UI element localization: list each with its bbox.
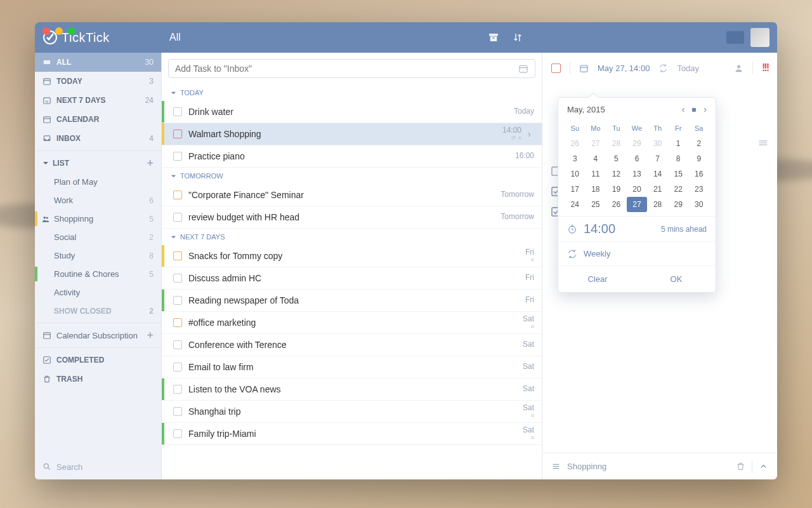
task-row[interactable]: Conference with Terence Sat: [162, 334, 542, 356]
calendar-day[interactable]: 28: [606, 136, 627, 151]
account-indicator[interactable]: [726, 31, 744, 44]
picker-repeat-row[interactable]: Weekly: [558, 241, 716, 265]
section-header[interactable]: NEXT 7 DAYS: [162, 229, 542, 245]
next-month-button[interactable]: ›: [704, 104, 707, 114]
calendar-day[interactable]: 11: [586, 166, 606, 182]
calendar-day[interactable]: 29: [627, 136, 648, 151]
calendar-subscription[interactable]: Calendar Subscription +: [35, 326, 161, 345]
task-checkbox[interactable]: [173, 363, 182, 371]
calendar-icon[interactable]: [579, 64, 589, 73]
calendar-day[interactable]: 4: [586, 151, 606, 166]
calendar-day[interactable]: 28: [647, 197, 668, 212]
sidebar-list-routine-chores[interactable]: Routine & Chores5: [35, 265, 161, 283]
chevron-up-icon[interactable]: [759, 462, 768, 471]
close-window-button[interactable]: [43, 27, 50, 35]
task-row[interactable]: Discuss admin HC Fri: [162, 267, 542, 290]
list-section-header[interactable]: LIST +: [35, 154, 161, 173]
calendar-day[interactable]: 29: [668, 197, 689, 212]
calendar-day[interactable]: 21: [647, 182, 668, 197]
calendar-day[interactable]: 15: [668, 166, 689, 182]
task-row[interactable]: Family trip-Miami Sat≡: [162, 423, 542, 445]
picker-time-row[interactable]: 14:00 5 mins ahead: [558, 216, 716, 241]
calendar-day[interactable]: 7: [647, 151, 668, 166]
minimize-window-button[interactable]: [55, 27, 63, 35]
task-row[interactable]: review budget with HR head Tomorrow: [162, 206, 542, 229]
task-date-label[interactable]: May 27, 14:00: [598, 64, 650, 73]
task-row[interactable]: Shanghai trip Sat≡: [162, 401, 542, 423]
task-checkbox[interactable]: [173, 407, 182, 416]
calendar-day[interactable]: 24: [565, 197, 586, 212]
calendar-day[interactable]: 2: [688, 136, 709, 151]
section-header[interactable]: TODAY: [162, 84, 542, 101]
task-row[interactable]: Reading newspaper of Toda Fri: [162, 290, 542, 312]
repeat-icon[interactable]: [658, 64, 668, 73]
sidebar-search[interactable]: Search: [35, 454, 161, 479]
add-cal-sub-button[interactable]: +: [147, 329, 154, 342]
sidebar-list-plan-of-may[interactable]: Plan of May: [35, 173, 161, 191]
show-closed-button[interactable]: SHOW CLOSED 2: [35, 302, 161, 320]
add-list-button[interactable]: +: [147, 157, 154, 170]
task-row[interactable]: Practice piano 16:00: [162, 145, 542, 168]
calendar-day[interactable]: 14: [647, 166, 668, 182]
calendar-day[interactable]: 6: [627, 151, 648, 166]
calendar-day[interactable]: 20: [627, 182, 648, 197]
task-row[interactable]: Email to law firm Sat: [162, 356, 542, 378]
assignee-icon[interactable]: [734, 64, 743, 73]
task-row[interactable]: Listen to the VOA news Sat: [162, 378, 542, 401]
ok-button[interactable]: OK: [637, 266, 716, 292]
task-checkbox[interactable]: [173, 429, 182, 438]
trash-icon[interactable]: [736, 462, 745, 471]
task-checkbox[interactable]: [173, 190, 182, 199]
picker-time-value[interactable]: 14:00: [584, 222, 615, 236]
sidebar-trash[interactable]: TRASH: [35, 370, 161, 389]
sidebar-item-calendar[interactable]: CALENDAR: [35, 110, 161, 129]
calendar-day[interactable]: 1: [668, 136, 689, 151]
calendar-day[interactable]: 27: [586, 136, 606, 151]
sidebar-list-social[interactable]: Social2: [35, 228, 161, 246]
sidebar-item-next-7-days[interactable]: WNEXT 7 DAYS24: [35, 91, 161, 110]
picker-reminder-hint[interactable]: 5 mins ahead: [661, 225, 707, 234]
task-checkbox[interactable]: [173, 340, 182, 349]
task-checkbox[interactable]: [173, 152, 182, 161]
task-checkbox[interactable]: [173, 385, 182, 394]
calendar-day[interactable]: 19: [606, 182, 627, 197]
more-icon[interactable]: [758, 138, 768, 149]
avatar[interactable]: [750, 28, 769, 47]
calendar-day[interactable]: 30: [647, 136, 668, 151]
today-button[interactable]: [692, 104, 696, 114]
section-header[interactable]: TOMORROW: [162, 168, 542, 184]
archive-icon[interactable]: [488, 32, 499, 43]
calendar-day[interactable]: 12: [606, 166, 627, 182]
sidebar-item-today[interactable]: TODAY3: [35, 72, 161, 91]
calendar-day[interactable]: 5: [606, 151, 627, 166]
calendar-day[interactable]: 18: [586, 182, 606, 197]
task-checkbox[interactable]: [173, 107, 182, 116]
task-checkbox[interactable]: [173, 213, 182, 222]
task-row[interactable]: Snacks for Tommy copy Fri≡: [162, 245, 542, 267]
sidebar-list-activity[interactable]: Activity: [35, 283, 161, 302]
calendar-day[interactable]: 27: [627, 197, 648, 212]
priority-indicator[interactable]: !!!: [762, 62, 768, 74]
sidebar-item-inbox[interactable]: INBOX4: [35, 129, 161, 148]
calendar-day[interactable]: 30: [688, 197, 709, 212]
calendar-day[interactable]: 3: [565, 151, 586, 166]
calendar-day[interactable]: 8: [668, 151, 689, 166]
sidebar-list-study[interactable]: Study8: [35, 246, 161, 265]
calendar-day[interactable]: 10: [565, 166, 586, 182]
sidebar-list-shoppinng[interactable]: Shoppinng5: [35, 210, 161, 228]
task-checkbox[interactable]: [173, 274, 182, 283]
zoom-window-button[interactable]: [68, 27, 75, 35]
task-checkbox[interactable]: [173, 130, 182, 138]
calendar-day[interactable]: 13: [627, 166, 648, 182]
calendar-icon[interactable]: [518, 64, 528, 74]
clear-button[interactable]: Clear: [558, 266, 637, 292]
calendar-day[interactable]: 22: [668, 182, 689, 197]
calendar-day[interactable]: 23: [688, 182, 709, 197]
task-checkbox[interactable]: [173, 296, 182, 305]
add-task-input[interactable]: [168, 59, 535, 78]
calendar-day[interactable]: 17: [565, 182, 586, 197]
detail-list-name[interactable]: Shoppinng: [567, 462, 606, 471]
calendar-day[interactable]: 26: [565, 136, 586, 151]
task-row[interactable]: Walmart Shopping 14:00⟳ ≡›: [162, 123, 542, 145]
task-row[interactable]: #office marketing Sat≡: [162, 312, 542, 334]
